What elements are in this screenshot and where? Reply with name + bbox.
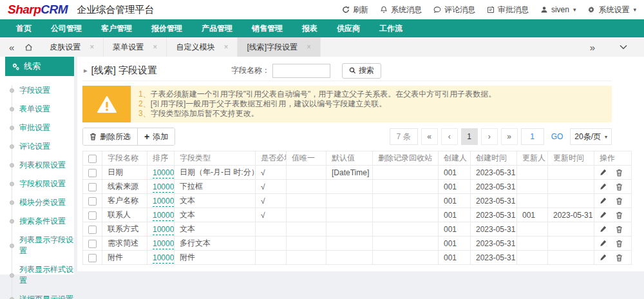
column-header: 删除记录回收站	[373, 151, 439, 166]
plus-icon: +	[144, 131, 149, 142]
nav-item[interactable]: 产品管理	[192, 19, 242, 37]
edit-button[interactable]	[600, 226, 607, 233]
select-all-checkbox[interactable]	[88, 155, 97, 163]
nav-item[interactable]: 公司管理	[41, 19, 91, 37]
tab-lead-field-settings-active[interactable]: [线索]字段设置 ×	[238, 37, 321, 57]
delete-button[interactable]	[616, 169, 623, 177]
row-checkbox[interactable]	[88, 226, 97, 234]
sidebar-menu-item[interactable]: 列表显示样式设置	[0, 260, 74, 290]
order-link[interactable]: 10000	[153, 182, 174, 193]
comment-message-button[interactable]: 评论消息	[433, 5, 475, 15]
order-link[interactable]: 10000	[153, 168, 174, 178]
delete-selected-button[interactable]: 删除所选	[83, 128, 137, 145]
delete-button[interactable]	[616, 226, 623, 233]
nav-item[interactable]: 销售管理	[242, 19, 292, 37]
tab-custom-module[interactable]: 自定义模块 ×	[167, 37, 238, 57]
row-select-cell	[83, 208, 102, 222]
row-checkbox[interactable]	[88, 197, 97, 206]
refresh-button[interactable]: 刷新	[342, 5, 368, 15]
edit-button[interactable]	[600, 240, 607, 247]
sidebar-menu-item[interactable]: 字段设置	[0, 81, 74, 100]
sidebar-menu-item[interactable]: 详细页显示设置	[0, 290, 74, 299]
next-page-button[interactable]: ›	[481, 128, 498, 145]
edit-button[interactable]	[600, 211, 607, 218]
row-checkbox[interactable]	[88, 183, 97, 191]
order-link[interactable]: 10000	[153, 225, 174, 235]
order-link[interactable]: 10000	[153, 211, 174, 221]
row-checkbox[interactable]	[88, 169, 97, 177]
sidebar-menu-item-label: 列表显示字段设置	[19, 235, 73, 255]
last-page-button[interactable]: »	[501, 128, 518, 145]
edit-button[interactable]	[600, 183, 607, 190]
sidebar-menu-item[interactable]: 字段权限设置	[0, 175, 74, 193]
row-checkbox[interactable]	[88, 211, 97, 220]
row-checkbox[interactable]	[88, 254, 97, 262]
first-page-button[interactable]: «	[421, 128, 438, 145]
delete-button[interactable]	[616, 254, 623, 262]
field-name-cell: 联系方式	[102, 222, 147, 236]
nav-item[interactable]: 工作流	[370, 19, 412, 37]
sidebar-menu-item[interactable]: 搜索条件设置	[0, 212, 74, 231]
column-header: 字段类型	[175, 151, 256, 166]
nav-item[interactable]: 报价管理	[142, 19, 192, 37]
table-row: 线索来源 10000 下拉框 √ 001 2023-05-31	[83, 180, 632, 194]
field-name-search-input[interactable]	[272, 64, 330, 78]
actions-cell	[594, 208, 632, 222]
tab-skin-settings[interactable]: 皮肤设置 ×	[41, 37, 104, 57]
sidebar-menu-item[interactable]: 列表显示字段设置	[0, 231, 74, 260]
column-header: 更新人	[517, 151, 548, 166]
delete-button[interactable]	[616, 197, 623, 205]
tab-close-icon[interactable]: ×	[153, 43, 157, 52]
column-header: 操作	[594, 151, 632, 166]
tab-menu-settings[interactable]: 菜单设置 ×	[104, 37, 167, 57]
sidebar-menu-item[interactable]: 表单设置	[0, 100, 74, 119]
approval-message-button[interactable]: 审批消息	[487, 5, 529, 15]
column-header: 字段名称	[102, 151, 147, 166]
tabs-scroll-right-button[interactable]: »	[585, 42, 600, 53]
tabs-scroll-left-button[interactable]: «	[4, 42, 19, 53]
user-menu[interactable]: siven ▾	[540, 5, 576, 14]
created-time-cell: 2023-05-31	[471, 166, 517, 180]
sidebar-menu-item[interactable]: 列表权限设置	[0, 156, 74, 175]
delete-button[interactable]	[616, 183, 623, 191]
delete-button[interactable]	[616, 240, 623, 247]
order-link[interactable]: 10000	[153, 253, 174, 264]
nav-item[interactable]: 客户管理	[91, 19, 142, 37]
order-cell: 10000	[147, 251, 175, 265]
prev-page-button[interactable]: ‹	[441, 128, 458, 145]
refresh-icon	[342, 6, 350, 14]
search-button[interactable]: 搜索	[342, 63, 381, 79]
order-link[interactable]: 10000	[153, 197, 174, 207]
tab-close-icon[interactable]: ×	[307, 43, 311, 52]
edit-button[interactable]	[600, 169, 607, 176]
sidebar-menu-item[interactable]: 模块分类设置	[0, 193, 74, 212]
system-message-button[interactable]: 系统消息	[380, 5, 422, 15]
field-type-cell: 日期（年-月-日 时:分）	[175, 166, 256, 180]
order-link[interactable]: 10000	[153, 239, 174, 249]
delete-button[interactable]	[616, 211, 623, 219]
home-tab-button[interactable]	[19, 43, 38, 52]
add-button[interactable]: + 添加	[137, 128, 175, 145]
sidebar-module-header[interactable]: 线索	[5, 57, 74, 76]
page-size-select[interactable]: 20条/页 ▾	[570, 128, 612, 145]
edit-button[interactable]	[600, 254, 607, 261]
row-checkbox[interactable]	[88, 240, 97, 248]
sidebar-menu-item[interactable]: 评论设置	[0, 137, 74, 156]
current-page-button[interactable]: 1	[461, 128, 478, 145]
sidebar: 线索 字段设置 表单设置 审批设置	[0, 57, 74, 275]
goto-page-input[interactable]	[521, 128, 544, 145]
nav-item[interactable]: 报表	[292, 19, 327, 37]
tab-close-icon[interactable]: ×	[90, 43, 94, 52]
nav-item[interactable]: 供应商	[327, 19, 370, 37]
nav-item[interactable]: 首页	[6, 19, 41, 37]
edit-button[interactable]	[600, 197, 607, 204]
user-icon	[540, 6, 548, 14]
tabs-menu-button[interactable]	[614, 44, 632, 50]
go-button[interactable]: GO	[547, 132, 567, 141]
tab-close-icon[interactable]: ×	[223, 43, 228, 52]
default-value-cell	[327, 194, 373, 208]
app-subtitle: 企业综合管理平台	[77, 4, 154, 16]
system-settings-menu[interactable]: 系统设置 ▾	[587, 5, 636, 15]
sidebar-menu-item-label: 列表显示样式设置	[19, 265, 73, 285]
sidebar-menu-item[interactable]: 审批设置	[0, 119, 74, 137]
